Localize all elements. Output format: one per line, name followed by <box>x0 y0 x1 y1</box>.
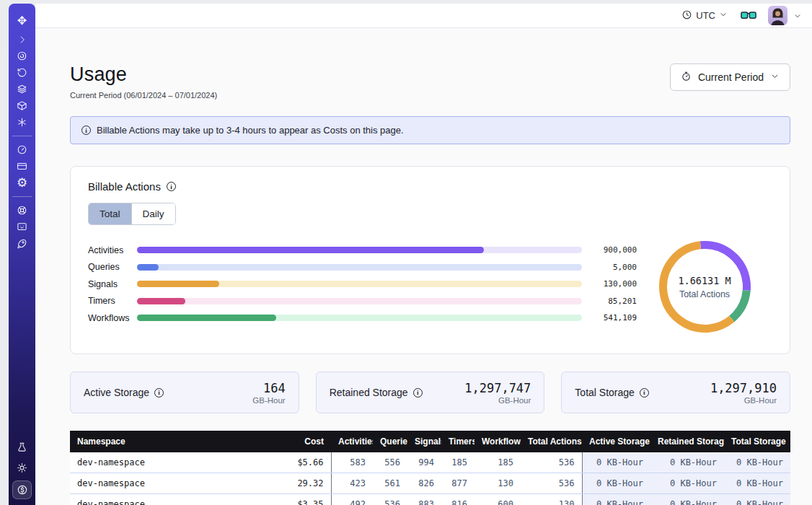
layers-icon[interactable] <box>12 81 32 97</box>
cell-queries: 556 <box>373 452 407 473</box>
account-menu-chevron[interactable] <box>793 12 802 20</box>
info-icon[interactable] <box>154 388 164 398</box>
main-content: Usage Current Period (06/01/2024 – 07/01… <box>35 28 812 505</box>
billable-actions-title: Billable Actions <box>88 180 161 193</box>
cube-icon[interactable] <box>12 97 32 114</box>
cell-retained-storage: 0 KB-Hour <box>650 452 724 473</box>
col-retained-storage: Retained Storage <box>650 431 724 452</box>
page-subtitle: Current Period (06/01/2024 – 07/01/2024) <box>70 91 217 100</box>
bar-value: 900,000 <box>595 245 637 255</box>
lab-flask-icon[interactable] <box>12 439 32 455</box>
bar-row-signals: Signals 130,000 <box>88 276 637 293</box>
total-storage-card: Total Storage 1,297,910 GB-Hour <box>561 372 790 413</box>
topbar: UTC <box>35 4 812 28</box>
namespace-link[interactable]: dev-namespace <box>77 499 145 505</box>
cell-total-actions: 536 <box>521 452 582 473</box>
cell-cost: $5.66 <box>279 452 331 473</box>
cell-total-storage: 0 KB-Hour <box>724 473 790 494</box>
usage-dollar-icon[interactable] <box>12 480 32 499</box>
info-icon <box>81 126 91 135</box>
cell-queries: 536 <box>373 494 407 505</box>
history-icon[interactable] <box>12 64 32 81</box>
cell-active-storage: 0 KB-Hour <box>582 494 650 505</box>
table-header-row: Namespace Cost Activities Queries Signal… <box>70 431 790 452</box>
timezone-label: UTC <box>696 10 715 21</box>
theme-sun-icon[interactable] <box>12 460 32 476</box>
bar-value: 85,201 <box>595 297 637 306</box>
bar-row-activities: Activities 900,000 <box>88 242 637 259</box>
settings-gear-icon[interactable]: ⚙ <box>12 175 32 191</box>
cell-workflows: 600 <box>475 494 521 505</box>
donut-total-value: 1.66131 M <box>678 275 731 286</box>
namespace-link[interactable]: dev-namespace <box>77 457 145 467</box>
sidebar-divider <box>12 136 32 136</box>
bar-row-timers: Timers 85,201 <box>88 293 637 310</box>
cell-total-actions: 130 <box>521 494 582 505</box>
storage-card-unit: GB-Hour <box>252 396 285 405</box>
bar-row-queries: Queries 5,000 <box>88 259 637 276</box>
donut-caption: Total Actions <box>678 289 731 299</box>
glasses-icon[interactable] <box>741 10 756 21</box>
col-active-storage: Active Storage <box>582 431 650 452</box>
temporal-logo-icon[interactable]: ✥ <box>12 9 32 31</box>
cell-activities: 423 <box>331 473 373 494</box>
donut-center: 1.66131 M Total Actions <box>678 275 731 299</box>
cell-queries: 561 <box>373 473 407 494</box>
cell-active-storage: 0 KB-Hour <box>582 452 650 473</box>
collapse-chevron-icon[interactable] <box>12 31 32 48</box>
info-icon[interactable] <box>413 388 423 398</box>
bar-value: 541,109 <box>595 313 637 322</box>
billable-view-tabs: Total Daily <box>88 203 176 225</box>
rocket-icon[interactable] <box>12 235 32 252</box>
timezone-dropdown[interactable]: UTC <box>681 9 728 22</box>
retained-storage-card: Retained Storage 1,297,747 GB-Hour <box>316 372 545 413</box>
bar-value: 130,000 <box>595 279 637 289</box>
namespaces-eye-icon[interactable] <box>12 48 32 64</box>
storage-card-unit: GB-Hour <box>464 396 531 405</box>
table-row: dev-namespace 29.32 423 561 826 877 130 … <box>70 473 790 494</box>
tab-total[interactable]: Total <box>89 203 131 224</box>
cell-signals: 883 <box>407 494 441 505</box>
lifebuoy-icon[interactable] <box>12 202 32 219</box>
bar-fill <box>137 247 484 253</box>
active-storage-card: Active Storage 164 GB-Hour <box>70 372 299 413</box>
namespace-link[interactable]: dev-namespace <box>77 478 145 488</box>
billable-chart: Activities 900,000 Queries 5,000 Signals <box>88 242 772 339</box>
bar-label: Workflows <box>88 313 137 323</box>
storage-card-value: 1,297,747 <box>464 381 531 395</box>
cell-retained-storage: 0 KB-Hour <box>650 494 724 505</box>
cell-signals: 994 <box>407 452 441 473</box>
bar-track <box>137 298 582 304</box>
info-icon[interactable] <box>167 182 176 191</box>
bar-track <box>137 281 582 287</box>
col-cost: Cost <box>279 431 331 452</box>
storage-card-label: Retained Storage <box>330 387 408 398</box>
chevron-down-icon <box>719 10 728 21</box>
col-namespace: Namespace <box>70 431 279 452</box>
col-workflows: Workflows <box>475 431 521 452</box>
bar-label: Timers <box>88 296 137 306</box>
cell-workflows: 185 <box>475 452 521 473</box>
chevron-down-icon <box>770 71 780 83</box>
avatar[interactable] <box>768 6 787 25</box>
gauge-icon[interactable] <box>12 141 32 158</box>
bar-fill <box>137 264 159 271</box>
stopwatch-icon <box>681 71 692 84</box>
billable-actions-card: Billable Actions Total Daily Activities … <box>70 166 790 354</box>
feedback-monitor-icon[interactable] <box>12 219 32 235</box>
col-total-actions: Total Actions <box>521 431 582 452</box>
cell-timers: 877 <box>441 473 475 494</box>
credit-card-icon[interactable] <box>12 158 32 175</box>
tab-daily[interactable]: Daily <box>131 203 175 224</box>
bar-fill <box>137 298 185 304</box>
namespace-usage-table: Namespace Cost Activities Queries Signal… <box>70 431 790 505</box>
asterisk-icon[interactable] <box>12 114 32 131</box>
bar-fill <box>137 315 276 321</box>
info-icon[interactable] <box>640 388 649 398</box>
bar-track <box>137 315 582 321</box>
cell-activities: 583 <box>331 452 373 473</box>
col-signals: Signals <box>407 431 441 452</box>
period-selector-button[interactable]: Current Period <box>670 63 790 91</box>
cell-timers: 185 <box>441 452 475 473</box>
cell-total-actions: 536 <box>521 473 582 494</box>
